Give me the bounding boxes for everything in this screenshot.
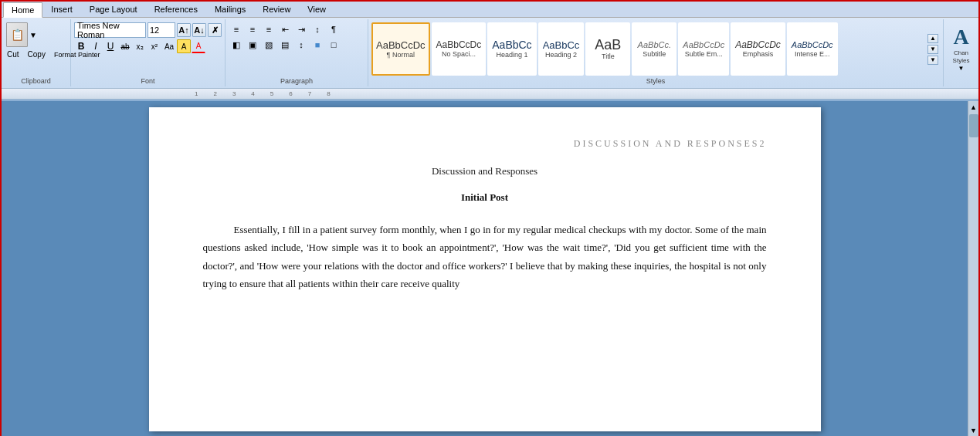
clipboard-label: Clipboard <box>2 77 70 85</box>
style-no-spacing[interactable]: AaBbCcDc No Spaci... <box>432 22 487 76</box>
change-styles-dropdown-icon: ▼ <box>958 65 965 72</box>
tab-references[interactable]: References <box>146 2 206 17</box>
style-normal[interactable]: AaBbCcDc ¶ Normal <box>371 22 430 76</box>
multilevel-button[interactable]: ≡ <box>261 22 276 36</box>
style-subtitle-label: Subtitle <box>643 50 666 58</box>
clear-formatting-button[interactable]: ✗ <box>208 23 222 37</box>
highlight-button[interactable]: A <box>177 39 191 53</box>
style-intense-em-label: Intense E... <box>795 50 830 58</box>
style-subtle-em[interactable]: AaBbCcDc Subtle Em... <box>678 22 729 76</box>
style-emphasis-preview: AaBbCcDc <box>735 40 781 49</box>
para-row1: ≡ ≡ ≡ ⇤ ⇥ ↕ ¶ <box>229 22 365 36</box>
align-center-button[interactable]: ▣ <box>245 38 260 52</box>
font-grow-button[interactable]: A↑ <box>177 23 191 37</box>
document-body[interactable]: Essentially, I fill in a patient survey … <box>203 221 767 293</box>
tab-mailings[interactable]: Mailings <box>206 2 254 17</box>
scroll-down-arrow[interactable]: ▼ <box>968 424 978 436</box>
style-normal-label: ¶ Normal <box>387 51 415 59</box>
bold-button[interactable]: B <box>74 39 88 53</box>
style-no-spacing-label: No Spaci... <box>442 50 476 58</box>
align-right-button[interactable]: ▧ <box>261 38 276 52</box>
small-clip-buttons: Cut Copy Format Painter <box>3 49 69 60</box>
scrollbar-right[interactable]: ▲ ▼ <box>968 101 978 436</box>
paste-icon: 📋 <box>6 22 28 47</box>
justify-button[interactable]: ▤ <box>277 38 293 52</box>
font-row2: B I U ab x₂ x² Aa A A <box>74 39 222 53</box>
bullets-button[interactable]: ≡ <box>229 22 244 36</box>
paste-label: ▼ <box>29 31 37 39</box>
ruler-tick: 6 <box>289 90 292 97</box>
tab-view[interactable]: View <box>299 2 334 17</box>
style-emphasis[interactable]: AaBbCcDc Emphasis <box>731 22 785 76</box>
paragraph-section: ≡ ≡ ≡ ⇤ ⇥ ↕ ¶ ◧ ▣ ▧ ▤ ↕ ■ □ Paragra <box>226 19 368 86</box>
scroll-up-arrow[interactable]: ▲ <box>968 101 978 113</box>
change-case-button[interactable]: Aa <box>162 39 176 53</box>
styles-row: AaBbCcDc ¶ Normal AaBbCcDc No Spaci... A… <box>371 22 926 76</box>
ribbon: 📋 ▼ Cut Copy Format Painter Clipboard Ti… <box>2 18 978 101</box>
style-h1-label: Heading 1 <box>496 51 527 59</box>
ruler-tick: 8 <box>327 90 330 97</box>
sort-button[interactable]: ↕ <box>310 22 325 36</box>
style-subtle-em-label: Subtle Em... <box>685 50 723 58</box>
style-intense-em-preview: AaBbCcDc <box>792 41 833 49</box>
ribbon-main: 📋 ▼ Cut Copy Format Painter Clipboard Ti… <box>2 18 978 89</box>
style-heading1[interactable]: AaBbCc Heading 1 <box>487 22 536 76</box>
document-title[interactable]: Discussion and Responses <box>203 165 767 177</box>
style-subtitle[interactable]: AaBbCc. Subtitle <box>632 22 677 76</box>
style-subtle-em-preview: AaBbCcDc <box>683 41 724 49</box>
styles-scroll-more[interactable]: ▼ <box>927 56 938 65</box>
paragraph-label: Paragraph <box>226 77 368 85</box>
styles-scroll-up[interactable]: ▲ <box>927 34 938 43</box>
clipboard-section: 📋 ▼ Cut Copy Format Painter Clipboard <box>2 19 71 86</box>
style-heading2[interactable]: AaBbCc Heading 2 <box>538 22 585 76</box>
ruler-tick: 5 <box>270 90 273 97</box>
cut-button[interactable]: Cut <box>3 49 23 60</box>
shading-button[interactable]: ■ <box>310 38 325 52</box>
document-area[interactable]: DISCUSSION AND RESPONSES2 Discussion and… <box>2 101 968 436</box>
increase-indent-button[interactable]: ⇥ <box>293 22 309 36</box>
style-title[interactable]: AaB Title <box>585 22 630 76</box>
align-left-button[interactable]: ◧ <box>229 38 244 52</box>
style-title-preview: AaB <box>595 38 621 52</box>
main-content: DISCUSSION AND RESPONSES2 Discussion and… <box>2 101 978 436</box>
font-size-display[interactable]: 12 <box>148 22 175 38</box>
ruler-tick: 1 <box>195 90 198 97</box>
change-styles-label: ChanStyles <box>953 49 970 64</box>
style-intense-em[interactable]: AaBbCcDc Intense E... <box>787 22 838 76</box>
styles-section: AaBbCcDc ¶ Normal AaBbCcDc No Spaci... A… <box>368 19 944 86</box>
change-styles-section[interactable]: A ChanStyles ▼ <box>944 19 978 86</box>
font-label: Font <box>71 77 225 85</box>
paste-button[interactable]: 📋 ▼ <box>3 21 69 49</box>
strikethrough-button[interactable]: ab <box>118 39 132 53</box>
superscript-button[interactable]: x² <box>148 39 161 53</box>
style-emphasis-label: Emphasis <box>743 50 774 58</box>
tab-insert[interactable]: Insert <box>42 2 81 17</box>
borders-button[interactable]: □ <box>326 38 341 52</box>
document-page[interactable]: DISCUSSION AND RESPONSES2 Discussion and… <box>149 107 821 431</box>
show-hide-button[interactable]: ¶ <box>326 22 341 36</box>
font-shrink-button[interactable]: A↓ <box>192 23 206 37</box>
ruler-tick: 2 <box>213 90 216 97</box>
document-subtitle[interactable]: Initial Post <box>203 191 767 204</box>
numbering-button[interactable]: ≡ <box>245 22 260 36</box>
scroll-track <box>968 138 978 424</box>
ruler-tick: 3 <box>232 90 236 97</box>
ruler: 1 2 3 4 5 6 7 8 <box>2 89 978 100</box>
underline-button[interactable]: U <box>103 39 117 53</box>
scroll-thumb[interactable] <box>969 114 978 137</box>
font-name-display[interactable]: Times New Roman <box>74 22 146 38</box>
styles-scroll-down[interactable]: ▼ <box>927 45 938 54</box>
italic-button[interactable]: I <box>89 39 103 53</box>
style-h1-preview: AaBbCc <box>492 39 531 50</box>
subscript-button[interactable]: x₂ <box>133 39 147 53</box>
change-styles-icon: A <box>953 25 968 49</box>
tab-home[interactable]: Home <box>3 2 42 18</box>
body-paragraph[interactable]: Essentially, I fill in a patient survey … <box>203 221 767 293</box>
copy-button[interactable]: Copy <box>24 49 49 60</box>
decrease-indent-button[interactable]: ⇤ <box>277 22 293 36</box>
line-spacing-button[interactable]: ↕ <box>293 38 309 52</box>
font-color-button[interactable]: A <box>192 39 205 53</box>
tab-review[interactable]: Review <box>254 2 299 17</box>
tab-page-layout[interactable]: Page Layout <box>81 2 146 17</box>
style-title-label: Title <box>602 52 615 60</box>
